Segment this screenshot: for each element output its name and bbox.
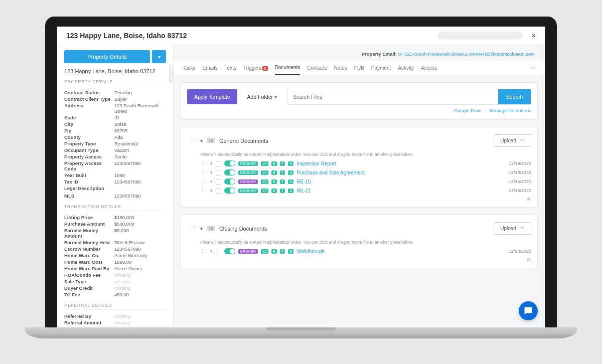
checkbox[interactable] — [216, 179, 221, 185]
kv-value: Home Owner — [114, 266, 142, 271]
checkbox[interactable] — [216, 170, 221, 175]
kv-row: CityBoise — [64, 121, 166, 127]
document-link[interactable]: RE-10 — [296, 179, 311, 185]
property-email-label: Property Email: — [362, 51, 397, 57]
row-toggle-icon[interactable]: ▾ — [210, 249, 213, 254]
kv-row: Escrow Number1234567890 — [64, 246, 166, 252]
more-icon[interactable]: ⋯ — [530, 65, 536, 71]
document-row: ⋮⋮▾BROKER25BTSRE-1012/16/2020 — [187, 177, 531, 186]
document-link[interactable]: Purchase and Sale Agreement — [296, 170, 365, 175]
row-toggle-icon[interactable]: ▾ — [210, 179, 213, 184]
tag-25: 25 — [261, 170, 268, 175]
checkbox[interactable] — [216, 161, 221, 166]
row-toggle-icon[interactable]: ▾ — [210, 170, 213, 175]
document-date: 12/19/2020 — [509, 161, 531, 166]
drag-handle-icon[interactable]: ⋮⋮ — [187, 137, 196, 144]
google-drive-link[interactable]: Google Drive — [454, 108, 482, 113]
drag-handle-icon[interactable]: ⋮⋮ — [200, 161, 207, 166]
tab-texts[interactable]: Texts — [225, 61, 236, 75]
search-button[interactable]: Search — [498, 89, 531, 104]
drag-handle-icon[interactable]: ⋮⋮ — [200, 179, 207, 184]
toggle[interactable] — [224, 169, 235, 175]
tag-t: T — [280, 189, 285, 193]
toggle[interactable] — [224, 248, 235, 254]
broker-tag: BROKER — [238, 170, 258, 175]
kv-row: Referred Bymissing — [64, 313, 166, 319]
folder-card: ⋮⋮▾10General DocumentsUpload Files will … — [181, 127, 538, 208]
manage-file-buttons-link[interactable]: Manage file buttons — [490, 108, 531, 113]
tab-activity[interactable]: Activity — [398, 61, 414, 75]
tab-access[interactable]: Access — [421, 61, 437, 75]
kv-row: Address123 South Roosevelt Street — [64, 102, 166, 114]
upload-button[interactable]: Upload — [494, 222, 531, 235]
sidebar-address: 123 Happy Lane, Boise, Idaho 83712 — [64, 68, 166, 74]
tab-fub[interactable]: FUB — [354, 61, 364, 75]
kv-value: $450,000 — [114, 215, 134, 220]
kv-key: Address — [64, 103, 114, 114]
collapse-sidebar-icon[interactable]: ▸ — [169, 65, 174, 83]
toolbar-card: Apply Template Add Folder Search Google … — [181, 82, 538, 120]
kv-key: Property Access Code — [64, 160, 114, 171]
toggle[interactable] — [224, 188, 235, 194]
drag-handle-icon[interactable]: ⋮⋮ — [200, 249, 207, 254]
triggers-badge: 0 — [262, 66, 267, 71]
upload-button[interactable]: Upload — [494, 134, 531, 147]
kv-key: Escrow Number — [64, 246, 114, 252]
tab-notes[interactable]: Notes — [334, 61, 347, 75]
drag-handle-icon[interactable]: ⋮⋮ — [200, 170, 207, 175]
tab-contacts[interactable]: Contacts — [307, 61, 327, 75]
tab-payment[interactable]: Payment — [371, 61, 391, 75]
document-link[interactable]: Inspection Report — [296, 161, 336, 166]
tab-triggers[interactable]: Triggers0 — [243, 61, 268, 75]
kv-row: Year Built1998 — [64, 172, 166, 178]
row-toggle-icon[interactable]: ▾ — [210, 188, 213, 193]
property-email-link[interactable]: tx+123-South-Roosevelt-Street.1-pwXN4cB@… — [398, 51, 535, 57]
toggle[interactable] — [224, 160, 235, 166]
apply-template-button[interactable]: Apply Template — [187, 89, 237, 104]
kv-value: Boise — [114, 121, 126, 127]
kv-key: State — [64, 115, 114, 120]
folder-toggle-icon[interactable]: ▾ — [200, 226, 203, 231]
add-folder-button[interactable]: Add Folder — [242, 89, 282, 104]
tag-s: S — [288, 170, 293, 175]
kv-value: 123 South Roosevelt Street — [114, 103, 166, 114]
kv-key: Tax ID — [64, 179, 114, 185]
document-link[interactable]: Walkthrough — [296, 249, 325, 254]
kv-key: Buyer Credit — [64, 285, 114, 291]
row-toggle-icon[interactable]: ▾ — [210, 161, 213, 166]
tag-s: S — [288, 189, 293, 193]
broker-tag: BROKER — [238, 249, 258, 254]
tab-emails[interactable]: Emails — [203, 61, 218, 75]
kv-key: County — [64, 134, 114, 140]
property-details-caret[interactable]: ▾ — [152, 50, 166, 63]
tag-t: T — [280, 161, 285, 166]
kv-row: Listing Price$450,000 — [64, 214, 166, 221]
checkbox[interactable] — [216, 188, 221, 194]
kv-row: Purchase Amount$500,000 — [64, 221, 166, 227]
referral-details-list: Referred BymissingReferral Amountmissing — [64, 313, 166, 326]
toggle[interactable] — [224, 178, 235, 185]
document-date: 12/18/2020 — [509, 170, 531, 175]
kv-value: missing — [114, 279, 130, 284]
close-icon[interactable]: × — [532, 32, 536, 40]
tab-tasks[interactable]: Tasks — [183, 61, 196, 75]
drag-handle-icon[interactable]: ⋮⋮ — [187, 225, 196, 232]
kv-value: 1234567890 — [114, 179, 141, 185]
property-details-button[interactable]: Property Details — [64, 50, 150, 63]
external-link-icon[interactable]: ⇱ — [527, 197, 531, 202]
document-link[interactable]: RE-21 — [296, 188, 311, 194]
tag-25: 25 — [261, 179, 268, 184]
search-input[interactable] — [288, 89, 498, 104]
checkbox[interactable] — [216, 249, 221, 254]
tag-b: B — [271, 179, 277, 184]
tab-documents[interactable]: Documents — [275, 61, 300, 75]
tag-s: S — [288, 249, 293, 254]
broker-tag: BROKER — [238, 189, 258, 193]
drag-handle-icon[interactable]: ⋮⋮ — [200, 188, 207, 193]
external-link-icon[interactable]: ⇱ — [527, 257, 531, 263]
chat-bubble-icon[interactable] — [519, 301, 538, 320]
kv-key: Contract Client Type — [64, 96, 114, 102]
kv-key: Occupant Type — [64, 147, 114, 153]
folder-toggle-icon[interactable]: ▾ — [200, 138, 203, 143]
kv-key: Legal Description — [64, 186, 114, 191]
